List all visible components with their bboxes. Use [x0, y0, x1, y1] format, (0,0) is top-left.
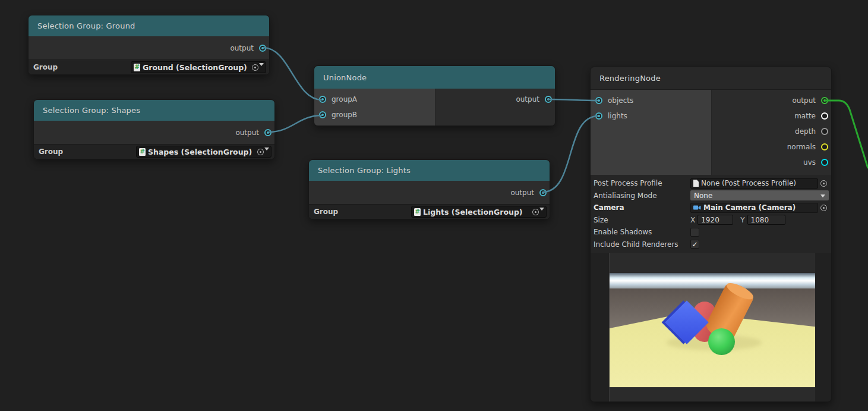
antialiasing-mode-dropdown[interactable]: None	[690, 190, 829, 200]
output-port[interactable]	[264, 129, 272, 136]
node-header[interactable]: UnionNode	[314, 66, 555, 89]
object-picker-icon	[252, 64, 258, 71]
node-header[interactable]: Selection Group: Lights	[309, 160, 550, 181]
output-port[interactable]	[539, 189, 547, 196]
chevron-down-icon	[259, 63, 264, 66]
node-controls: Group Lights (SelectionGroup)	[309, 204, 550, 219]
node-union[interactable]: UnionNode groupA groupB output	[314, 65, 555, 126]
group-object-field[interactable]: Shapes (SelectionGroup)	[136, 146, 272, 158]
camera-icon	[693, 204, 701, 211]
chevron-down-icon	[264, 148, 269, 150]
group-object-value: Lights (SelectionGroup)	[423, 208, 532, 217]
node-controls: Group Shapes (SelectionGroup)	[34, 144, 274, 159]
size-x-input[interactable]	[697, 215, 733, 225]
objects-port[interactable]	[595, 97, 602, 104]
node-selection-group-ground[interactable]: Selection Group: Ground output Group Gro…	[28, 15, 270, 75]
output-port[interactable]	[259, 45, 266, 52]
output-row-normals: normals	[787, 139, 828, 155]
lights-port[interactable]	[595, 112, 602, 120]
uvs-port[interactable]	[821, 159, 828, 166]
output-port-label: output	[792, 96, 816, 105]
group-object-value: Ground (SelectionGroup)	[143, 63, 252, 72]
output-port-label: output	[510, 189, 534, 197]
node-port-area: groupA groupB output	[314, 89, 555, 126]
object-picker-icon	[532, 209, 539, 215]
output-row-uvs: uvs	[803, 155, 828, 170]
prop-row-size: Size X Y	[594, 214, 829, 227]
groupA-port[interactable]	[319, 96, 326, 103]
group-object-field[interactable]: Ground (SelectionGroup)	[131, 61, 266, 73]
object-picker[interactable]	[252, 64, 264, 71]
output-row-output: output	[792, 93, 828, 108]
node-port-area: output	[34, 121, 274, 144]
node-header[interactable]: RenderingNode	[591, 67, 831, 90]
object-picker-icon	[257, 149, 264, 155]
size-y-input[interactable]	[747, 215, 785, 225]
camera-label: Camera	[594, 203, 690, 212]
node-port-area: output	[29, 36, 269, 59]
node-title: Selection Group: Shapes	[43, 106, 140, 115]
group-field-label: Group	[314, 208, 411, 216]
size-y-label: Y	[740, 216, 744, 224]
prop-row-enable-shadows: Enable Shadows	[594, 226, 829, 239]
output-port[interactable]	[821, 97, 828, 104]
include-child-renderers-checkbox[interactable]: ✓	[690, 240, 699, 249]
size-x-label: X	[690, 216, 695, 224]
enable-shadows-checkbox[interactable]	[690, 228, 699, 237]
camera-object-field[interactable]: Main Camera (Camera)	[690, 203, 818, 213]
node-selection-group-shapes[interactable]: Selection Group: Shapes output Group Sha…	[33, 99, 275, 159]
preview-green-sphere	[708, 328, 735, 355]
node-selection-group-lights[interactable]: Selection Group: Lights output Group Lig…	[308, 159, 550, 219]
input-row-lights: lights	[595, 108, 627, 124]
matte-port[interactable]	[821, 112, 828, 120]
group-object-value: Shapes (SelectionGroup)	[148, 148, 257, 156]
include-child-renderers-label: Include Child Renderers	[594, 240, 690, 249]
post-process-profile-field[interactable]: None (Post Process Profile)	[690, 178, 818, 189]
antialiasing-mode-label: Antialiasing Mode	[594, 192, 690, 200]
groupB-port[interactable]	[319, 111, 326, 118]
node-title: Selection Group: Ground	[37, 21, 135, 30]
depth-port[interactable]	[821, 128, 828, 135]
group-field-label: Group	[33, 63, 131, 71]
camera-object-value: Main Camera (Camera)	[703, 203, 796, 212]
node-port-area: objects lights output matte depth normal…	[591, 90, 831, 175]
selection-group-asset-icon	[134, 64, 140, 71]
selection-group-asset-icon	[414, 208, 421, 216]
depth-port-label: depth	[795, 127, 816, 136]
post-process-profile-value: None (Post Process Profile)	[701, 179, 796, 187]
object-picker[interactable]	[818, 180, 829, 187]
object-picker[interactable]	[257, 149, 269, 155]
chevron-down-icon	[539, 208, 544, 211]
node-graph-canvas[interactable]: Selection Group: Ground output Group Gro…	[0, 0, 868, 411]
groupA-port-label: groupA	[332, 95, 357, 103]
output-port[interactable]	[545, 96, 552, 103]
normals-port[interactable]	[821, 143, 828, 150]
node-title: RenderingNode	[599, 74, 661, 83]
node-header[interactable]: Selection Group: Ground	[29, 15, 269, 36]
output-row-depth: depth	[795, 124, 828, 139]
output-port-label: output	[516, 95, 539, 103]
preview-sky	[610, 273, 815, 289]
prop-row-post-process-profile: Post Process Profile None (Post Process …	[594, 177, 829, 190]
groupB-port-label: groupB	[332, 111, 357, 119]
uvs-port-label: uvs	[803, 158, 816, 167]
selection-group-asset-icon	[139, 148, 146, 156]
object-picker[interactable]	[818, 205, 829, 211]
chevron-down-icon	[820, 194, 825, 197]
node-port-area: output	[309, 181, 550, 204]
size-label: Size	[594, 216, 690, 224]
node-header[interactable]: Selection Group: Shapes	[34, 100, 274, 121]
prop-row-include-child-renderers: Include Child Renderers ✓	[594, 239, 829, 251]
group-object-field[interactable]: Lights (SelectionGroup)	[411, 206, 547, 218]
file-icon	[693, 180, 699, 187]
object-picker[interactable]	[532, 209, 544, 215]
node-inspector: Post Process Profile None (Post Process …	[591, 175, 831, 253]
check-icon: ✓	[692, 241, 697, 248]
node-title: UnionNode	[323, 73, 367, 82]
node-rendering[interactable]: RenderingNode objects lights output matt…	[590, 67, 832, 402]
post-process-profile-label: Post Process Profile	[594, 179, 690, 187]
camera-preview-section	[591, 253, 831, 402]
input-row-groupA: groupA	[319, 92, 357, 107]
antialiasing-mode-value: None	[694, 192, 820, 200]
normals-port-label: normals	[787, 143, 816, 151]
